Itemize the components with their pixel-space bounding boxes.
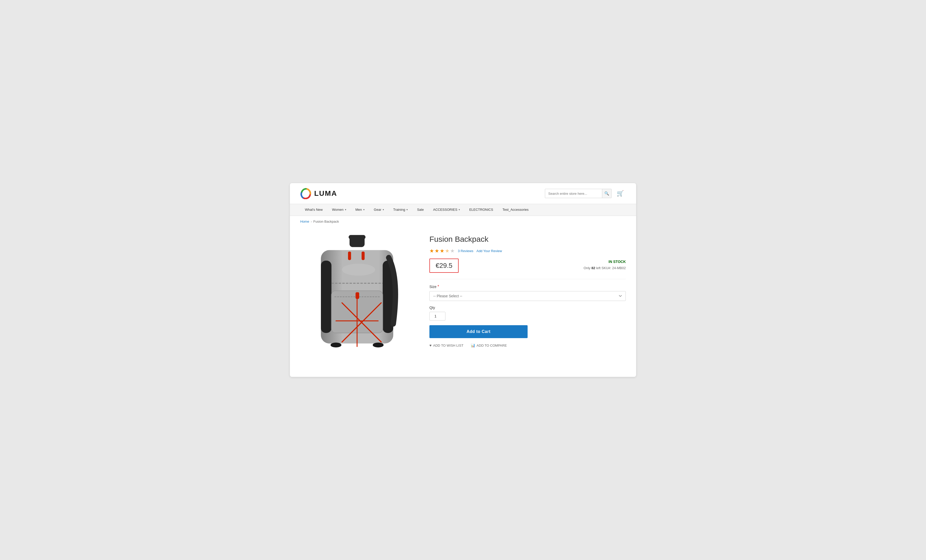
logo-icon (300, 188, 312, 199)
page-wrapper: LUMA 🔍 🛒 What's New Women ▾ Men ▾ (290, 183, 636, 377)
breadcrumb-current: Fusion Backpack (313, 219, 339, 223)
header: LUMA 🔍 🛒 (290, 183, 636, 204)
svg-point-19 (373, 342, 384, 347)
svg-point-20 (342, 264, 375, 276)
svg-rect-16 (356, 292, 359, 299)
qty-form-group: Qty (430, 306, 626, 321)
product-title: Fusion Backpack (430, 235, 626, 244)
size-select[interactable]: -- Please Select -- XS S M L XL (430, 291, 626, 301)
chevron-down-icon: ▾ (363, 208, 365, 211)
add-to-compare-link[interactable]: 📊 ADD TO COMPARE (471, 343, 507, 347)
star-3: ★ (440, 248, 444, 254)
required-indicator: * (437, 285, 439, 289)
breadcrumb-separator: › (311, 220, 312, 223)
svg-rect-4 (321, 260, 331, 333)
size-form-group: Size * -- Please Select -- XS S M L XL (430, 285, 626, 301)
product-image-svg (308, 233, 406, 360)
nav-item-electronics[interactable]: ELECTRONICS (465, 204, 498, 216)
chevron-down-icon: ▾ (458, 208, 460, 211)
price-box: €29.5 (430, 259, 458, 273)
qty-input[interactable] (430, 312, 445, 321)
chevron-down-icon: ▾ (383, 208, 384, 211)
search-icon: 🔍 (604, 191, 609, 196)
logo-text: LUMA (314, 189, 337, 198)
nav-item-gear[interactable]: Gear ▾ (369, 204, 389, 216)
header-right: 🔍 🛒 (545, 189, 626, 198)
nav-item-whats-new[interactable]: What's New (300, 204, 327, 216)
qty-label: Qty (430, 306, 626, 310)
in-stock-label: IN STOCK (584, 259, 626, 265)
star-rating: ★ ★ ★ ★ ★ (430, 248, 455, 254)
nav-item-training[interactable]: Training ▾ (389, 204, 412, 216)
sku: SKU#: 24-MB02 (601, 266, 626, 270)
product-image (300, 232, 414, 361)
divider (430, 279, 626, 279)
stock-detail: Only 82 left (584, 266, 601, 270)
svg-rect-14 (348, 251, 351, 260)
add-to-cart-button[interactable]: Add to Cart (430, 325, 528, 338)
size-label: Size * (430, 285, 626, 289)
star-5: ★ (450, 248, 455, 254)
svg-rect-15 (362, 251, 365, 260)
nav-item-sale[interactable]: Sale (412, 204, 428, 216)
main-nav: What's New Women ▾ Men ▾ Gear ▾ Training… (290, 204, 636, 216)
breadcrumb-home[interactable]: Home (300, 219, 309, 223)
add-to-wish-list-link[interactable]: ♥ ADD TO WISH LIST (430, 343, 463, 347)
svg-point-18 (330, 342, 341, 347)
search-input[interactable] (545, 189, 602, 198)
search-button[interactable]: 🔍 (602, 189, 611, 198)
add-review-link[interactable]: Add Your Review (477, 249, 502, 253)
chevron-down-icon: ▾ (406, 208, 408, 211)
rating-row: ★ ★ ★ ★ ★ 3 Reviews Add Your Review (430, 248, 626, 254)
nav-item-accessories[interactable]: ACCESSORIES ▾ (428, 204, 465, 216)
action-links: ♥ ADD TO WISH LIST 📊 ADD TO COMPARE (430, 343, 626, 347)
star-4: ★ (445, 248, 449, 254)
logo[interactable]: LUMA (300, 188, 337, 199)
nav-item-men[interactable]: Men ▾ (351, 204, 369, 216)
breadcrumb: Home › Fusion Backpack (290, 216, 636, 227)
star-2: ★ (434, 248, 439, 254)
main-content: Fusion Backpack ★ ★ ★ ★ ★ 3 Reviews Add … (290, 227, 636, 377)
stock-info: IN STOCK Only 82 left SKU#: 24-MB02 (584, 259, 626, 271)
price-value: €29.5 (436, 262, 452, 269)
nav-item-women[interactable]: Women ▾ (327, 204, 351, 216)
chevron-down-icon: ▾ (345, 208, 346, 211)
cart-icon: 🛒 (617, 190, 624, 197)
product-image-area (300, 232, 414, 361)
heart-icon: ♥ (430, 343, 431, 347)
nav-item-test-accessories[interactable]: Test_Accessories (498, 204, 533, 216)
reviews-link[interactable]: 3 Reviews (458, 249, 474, 253)
star-1: ★ (430, 248, 434, 254)
search-bar: 🔍 (545, 189, 611, 198)
product-details: Fusion Backpack ★ ★ ★ ★ ★ 3 Reviews Add … (430, 232, 626, 347)
price-row: €29.5 IN STOCK Only 82 left SKU#: 24-MB0… (430, 259, 626, 273)
chart-icon: 📊 (471, 343, 475, 347)
svg-rect-17 (348, 235, 365, 239)
cart-button[interactable]: 🛒 (615, 189, 626, 198)
